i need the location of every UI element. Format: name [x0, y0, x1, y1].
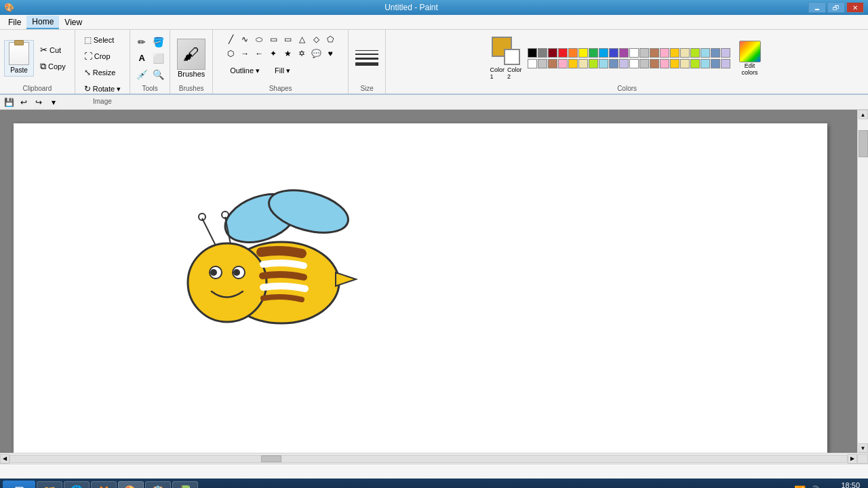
- color-picker-tool[interactable]: 💉: [134, 67, 149, 82]
- qa-undo[interactable]: ↩: [18, 96, 30, 108]
- color-swatch[interactable]: [660, 48, 669, 58]
- color-swatch[interactable]: [619, 59, 629, 68]
- color-swatch[interactable]: [558, 59, 568, 68]
- shape-arrow-left[interactable]: ←: [252, 47, 266, 60]
- shape-hexagon[interactable]: ⬡: [224, 47, 237, 60]
- color-swatch[interactable]: [599, 48, 608, 58]
- text-tool[interactable]: A: [134, 51, 149, 66]
- scroll-up-btn[interactable]: ▲: [859, 110, 868, 119]
- color-swatch[interactable]: [568, 48, 578, 58]
- color-swatch[interactable]: [528, 48, 537, 58]
- qa-dropdown[interactable]: ▾: [47, 96, 60, 108]
- color-swatch[interactable]: [609, 59, 618, 68]
- taskbar-app-paint[interactable]: 🎨: [118, 481, 144, 488]
- fill-tool[interactable]: 🪣: [151, 35, 165, 49]
- magnifier-tool[interactable]: 🔍: [151, 67, 165, 82]
- paste-button[interactable]: Paste: [4, 40, 34, 77]
- taskbar-app-2[interactable]: 📗: [172, 481, 198, 488]
- qa-save[interactable]: 💾: [3, 96, 15, 108]
- color-swatch[interactable]: [629, 59, 639, 68]
- pencil-tool[interactable]: ✏: [134, 35, 149, 49]
- vertical-scrollbar[interactable]: ▲ ▼: [857, 110, 868, 453]
- maximize-button[interactable]: 🗗: [827, 2, 845, 13]
- color-swatch[interactable]: [589, 59, 598, 68]
- menu-home[interactable]: Home: [26, 16, 59, 29]
- shape-arrow-right[interactable]: →: [238, 47, 252, 60]
- shape-4pointstar[interactable]: ✦: [267, 47, 280, 60]
- color-swatch[interactable]: [599, 59, 608, 68]
- brushes-button[interactable]: 🖌 Brushes: [174, 37, 208, 80]
- color-swatch[interactable]: [568, 59, 578, 68]
- color-swatch[interactable]: [639, 59, 649, 68]
- shape-diamond[interactable]: ◇: [309, 33, 323, 46]
- select-button[interactable]: ⬚ Select: [79, 33, 119, 47]
- color-swatch[interactable]: [650, 59, 659, 68]
- qa-redo[interactable]: ↪: [33, 96, 45, 108]
- scroll-down-btn[interactable]: ▼: [859, 443, 868, 453]
- shape-line[interactable]: ╱: [224, 33, 237, 46]
- paint-canvas[interactable]: Activate Windows Go to PC settings to ac…: [14, 123, 827, 453]
- color-swatch[interactable]: [670, 59, 679, 68]
- cut-button[interactable]: ✂ Cut: [35, 43, 71, 58]
- shape-6pointstar[interactable]: ✡: [295, 47, 309, 60]
- start-button[interactable]: ⊞: [3, 481, 35, 488]
- taskbar-app-1[interactable]: 📋: [145, 481, 171, 488]
- color-swatch[interactable]: [548, 48, 557, 58]
- tray-arrow[interactable]: ▲: [782, 485, 791, 488]
- taskbar-app-chrome[interactable]: 🌐: [64, 481, 90, 488]
- color-swatch[interactable]: [721, 59, 730, 68]
- scroll-left-btn[interactable]: ◀: [0, 454, 9, 464]
- color-swatch[interactable]: [538, 59, 547, 68]
- color-swatch[interactable]: [701, 48, 710, 58]
- color-swatch[interactable]: [711, 59, 720, 68]
- shape-heart[interactable]: ♥: [323, 47, 337, 60]
- scroll-v-thumb[interactable]: [859, 130, 868, 157]
- color-swatch[interactable]: [528, 59, 537, 68]
- color-swatch[interactable]: [609, 48, 618, 58]
- fill-button[interactable]: Fill ▾: [269, 63, 296, 78]
- color-swatch[interactable]: [578, 59, 588, 68]
- color-swatch[interactable]: [670, 48, 679, 58]
- color-swatch[interactable]: [548, 59, 557, 68]
- taskbar-clock[interactable]: 18:50 10/12/2016: [823, 481, 860, 488]
- color-swatch[interactable]: [589, 48, 598, 58]
- outline-button[interactable]: Outline ▾: [224, 63, 266, 78]
- minimize-button[interactable]: 🗕: [808, 2, 826, 13]
- color-swatch[interactable]: [690, 59, 700, 68]
- scroll-right-btn[interactable]: ▶: [848, 454, 857, 464]
- taskbar-app-explorer[interactable]: 📁: [37, 481, 62, 488]
- menu-view[interactable]: View: [59, 16, 87, 28]
- eraser-tool[interactable]: ⬜: [151, 51, 165, 66]
- color-swatch[interactable]: [680, 48, 690, 58]
- color-swatch[interactable]: [721, 48, 730, 58]
- color-swatch[interactable]: [690, 48, 700, 58]
- color-swatch[interactable]: [619, 48, 629, 58]
- menu-file[interactable]: File: [3, 16, 26, 28]
- shape-roundrect[interactable]: ▭: [281, 33, 294, 46]
- size-selector[interactable]: [353, 40, 381, 77]
- resize-button[interactable]: ⤡ Resize: [79, 65, 121, 80]
- color-swatch[interactable]: [639, 48, 649, 58]
- shape-5pointstar[interactable]: ★: [281, 47, 294, 60]
- shape-pentagon[interactable]: ⬠: [323, 33, 337, 46]
- copy-button[interactable]: ⧉ Copy: [35, 59, 71, 74]
- color-swatch[interactable]: [558, 48, 568, 58]
- color2-swatch[interactable]: [504, 49, 520, 65]
- shape-callout[interactable]: 💬: [309, 47, 323, 60]
- color-swatch[interactable]: [629, 48, 639, 58]
- color-swatch[interactable]: [701, 59, 710, 68]
- shape-curve[interactable]: ∿: [238, 33, 252, 46]
- taskbar-app-firefox[interactable]: 🦊: [91, 481, 117, 488]
- color-swatch[interactable]: [538, 48, 547, 58]
- color-swatch[interactable]: [578, 48, 588, 58]
- color-swatch[interactable]: [680, 59, 690, 68]
- shape-rect[interactable]: ▭: [267, 33, 280, 46]
- color-swatch[interactable]: [650, 48, 659, 58]
- edit-colors-button[interactable]: Edit colors: [736, 37, 764, 79]
- shape-oval[interactable]: ⬭: [252, 33, 266, 46]
- color-swatch[interactable]: [711, 48, 720, 58]
- close-button[interactable]: ✕: [846, 2, 864, 13]
- scroll-h-thumb[interactable]: [261, 455, 281, 462]
- crop-button[interactable]: ⛶ Crop: [79, 49, 115, 64]
- shape-triangle[interactable]: △: [295, 33, 309, 46]
